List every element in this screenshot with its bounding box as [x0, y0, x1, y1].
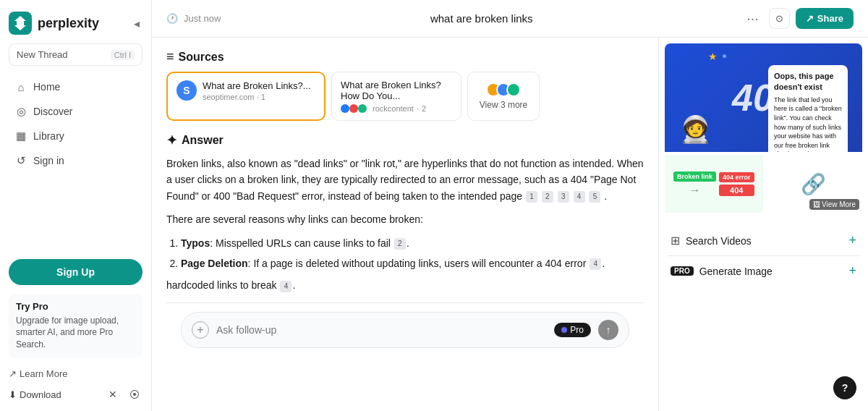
sidebar-item-discover[interactable]: ◎ Discover [9, 99, 142, 124]
sidebar-footer: ⬇ Download ✕ ⦿ [9, 382, 142, 402]
main-content: 🕐 Just now what are broken links ··· ⊙ ↗… [152, 0, 868, 411]
cite-list-1[interactable]: 2 [394, 238, 406, 250]
view-more-overlay-label: View More [822, 200, 856, 208]
followup-bar: + Pro ↑ [166, 302, 644, 357]
source-logo-1: S [176, 80, 197, 101]
star-icon-1: ★ [708, 51, 718, 62]
cite-5[interactable]: 5 [589, 191, 600, 203]
image-chain[interactable]: 🔗 🖼 View More [765, 155, 863, 213]
source-dot-2 [349, 104, 358, 113]
sidebar-item-signin[interactable]: ↺ Sign in [9, 148, 142, 173]
source-domain-2: rockcontent [373, 104, 414, 113]
new-thread-label: New Thread [17, 49, 68, 60]
pro-label: Pro [570, 325, 584, 335]
focus-icon: ⊙ [775, 13, 783, 24]
new-thread-button[interactable]: New Thread Ctrl I [9, 43, 142, 66]
search-videos-icon: ⊞ [671, 234, 680, 247]
search-videos-label: Search Videos [686, 235, 752, 247]
chain-icon: 🔗 [801, 172, 826, 196]
generate-image-plus-icon: + [848, 263, 856, 279]
discover-icon: ◎ [14, 105, 27, 118]
source-dot-3 [358, 104, 367, 113]
right-panel: ★ ● 🧑‍🚀 404 Oops, this page doesn't exis… [658, 38, 868, 411]
library-icon: ▦ [14, 130, 27, 143]
source-card-1[interactable]: S What are Broken Links?... seoptimer.co… [166, 72, 326, 121]
sources-icon: ≡ [166, 49, 174, 64]
source-title-2: What are Broken Links? How Do You... [341, 80, 452, 101]
list-item-1: Typos: Misspelled URLs can cause links t… [181, 235, 644, 251]
clock-icon: 🕐 [166, 13, 178, 24]
generate-image-label: Generate Image [699, 266, 773, 277]
sources-grid: S What are Broken Links?... seoptimer.co… [166, 72, 644, 121]
error-label: 404 error [719, 172, 754, 182]
share-icon: ↗ [806, 13, 814, 24]
answer-more-text: hardcoded links to break 4. [166, 277, 644, 293]
pro-badge-icon: PRO [671, 266, 694, 276]
twitter-icon[interactable]: ✕ [105, 386, 121, 402]
learn-more-button[interactable]: ↗ Learn More [9, 365, 142, 382]
generate-image-row[interactable]: PRO Generate Image + [668, 256, 859, 286]
cite-more[interactable]: 4 [280, 281, 292, 292]
cite-list-2[interactable]: 4 [590, 258, 601, 270]
source-meta-1: seoptimer.com · 1 [203, 93, 311, 101]
cite-4[interactable]: 4 [574, 191, 585, 203]
search-videos-plus-icon: + [848, 233, 856, 248]
signin-icon: ↺ [14, 154, 27, 167]
download-label: Download [20, 389, 61, 400]
cite-1[interactable]: 1 [526, 191, 537, 203]
view-more-card[interactable]: View 3 more [467, 72, 540, 121]
source-title-1: What are Broken Links?... [203, 80, 311, 91]
more-options-button[interactable]: ··· [742, 7, 763, 30]
sidebar-item-label-discover: Discover [33, 106, 72, 117]
source-card-2[interactable]: What are Broken Links? How Do You... roc… [331, 72, 461, 121]
signup-button[interactable]: Sign Up [9, 259, 142, 285]
cite-2[interactable]: 2 [542, 191, 553, 203]
query-title: what are broken links [430, 12, 533, 25]
learn-more-arrow-icon: ↗ [9, 368, 17, 379]
followup-input[interactable] [216, 324, 547, 336]
download-button[interactable]: ⬇ Download [9, 389, 61, 400]
broken-link-label: Broken link [673, 171, 716, 182]
astronaut-emoji: 🧑‍🚀 [679, 114, 712, 145]
help-button[interactable]: ? [833, 376, 856, 399]
sources-section: ≡ Sources S What are Broken Links?... se… [166, 49, 644, 121]
focus-button[interactable]: ⊙ [769, 8, 790, 29]
perplexity-logo-icon [9, 12, 32, 35]
sidebar-item-library[interactable]: ▦ Library [9, 124, 142, 148]
try-pro-description: Upgrade for image upload, smarter AI, an… [16, 315, 135, 351]
answer-paragraph-2: There are several reasons why links can … [166, 211, 644, 227]
pro-toggle[interactable]: Pro [554, 323, 591, 337]
answer-heading: Answer [182, 134, 224, 147]
planet-icon: ● [722, 51, 727, 62]
send-button[interactable]: ↑ [598, 320, 618, 340]
learn-more-label: Learn More [20, 368, 67, 379]
view-more-overlay[interactable]: 🖼 View More [809, 199, 859, 210]
answer-section: ✦ Answer Broken links, also known as "de… [166, 132, 644, 294]
sources-heading: Sources [179, 51, 224, 64]
answer-paragraph-1: Broken links, also known as "dead links"… [166, 156, 644, 204]
pro-dot-icon [561, 327, 567, 333]
collapse-sidebar-button[interactable]: ◂ [131, 14, 142, 33]
new-thread-shortcut: Ctrl I [111, 50, 135, 60]
cite-3[interactable]: 3 [558, 191, 569, 203]
share-button[interactable]: ↗ Share [796, 8, 854, 29]
download-icon: ⬇ [9, 389, 17, 400]
error-404-text: 404 [719, 185, 754, 196]
answer-icon: ✦ [166, 132, 177, 148]
sidebar-item-label-signin: Sign in [33, 155, 64, 166]
home-icon: ⌂ [14, 80, 27, 93]
sidebar-item-label-library: Library [33, 130, 64, 142]
sidebar-item-label-home: Home [33, 81, 60, 93]
panel-actions: ⊞ Search Videos + PRO Generate Image + [659, 220, 868, 292]
image-icon: 🖼 [813, 200, 820, 208]
add-attachment-icon[interactable]: + [192, 321, 209, 339]
image-main[interactable]: ★ ● 🧑‍🚀 404 Oops, this page doesn't exis… [665, 43, 862, 152]
list-item-2: Page Deletion: If a page is deleted with… [181, 255, 644, 271]
image-broken-link[interactable]: Broken link → 404 error 404 [665, 155, 763, 213]
sidebar: perplexity ◂ New Thread Ctrl I ⌂ Home ◎ … [0, 0, 152, 411]
sidebar-item-home[interactable]: ⌂ Home [9, 75, 142, 99]
discord-icon[interactable]: ⦿ [127, 386, 142, 402]
search-videos-row[interactable]: ⊞ Search Videos + [668, 226, 859, 256]
timestamp: Just now [184, 13, 221, 24]
logo-text: perplexity [38, 16, 99, 31]
